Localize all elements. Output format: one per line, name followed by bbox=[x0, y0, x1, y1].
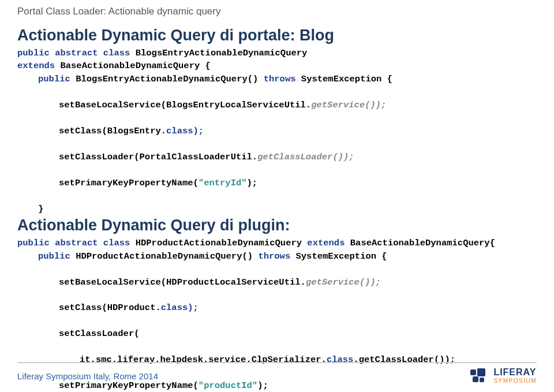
string-literal: "entryId" bbox=[199, 178, 247, 188]
code-line: setPrimaryKeyPropertyName( bbox=[59, 178, 199, 188]
kw-class: class bbox=[103, 48, 130, 58]
kw-public: public bbox=[17, 238, 50, 248]
logo-line1: LIFERAY bbox=[493, 368, 537, 377]
class-name: BlogsEntryActionableDynamicQuery bbox=[136, 48, 308, 58]
exception: SystemException { bbox=[296, 251, 387, 262]
code-call: getService()); bbox=[306, 277, 381, 288]
kw-abstract: abstract bbox=[55, 48, 98, 58]
code-call: getService()); bbox=[311, 100, 386, 110]
kw-public-ctor: public bbox=[38, 251, 70, 262]
liferay-logo: LIFERAY SYMPOSIUM bbox=[470, 368, 537, 384]
slide-topic-label: Portal Class Loader: Actionable dynamic … bbox=[17, 6, 537, 17]
kw-public-ctor: public bbox=[38, 74, 70, 84]
kw-extends: extends bbox=[17, 61, 55, 71]
code-line: setBaseLocalService(HDProductLocalServic… bbox=[59, 277, 306, 288]
base-class: BaseActionableDynamicQuery { bbox=[60, 61, 210, 71]
exception: SystemException { bbox=[301, 74, 392, 84]
ctor-name: BlogsEntryActionableDynamicQuery() bbox=[76, 74, 258, 84]
liferay-logo-icon bbox=[470, 368, 490, 383]
kw-classref: class); bbox=[161, 303, 199, 313]
kw-throws: throws bbox=[258, 251, 290, 262]
logo-line2: SYMPOSIUM bbox=[493, 378, 537, 384]
code-block-portal: public abstract class BlogsEntryActionab… bbox=[17, 47, 537, 215]
class-name: HDProductActionableDynamicQuery bbox=[136, 238, 302, 248]
code-line: setBaseLocalService(BlogsEntryLocalServi… bbox=[59, 100, 311, 110]
kw-class: class bbox=[103, 238, 130, 248]
code-line: ); bbox=[247, 178, 258, 188]
kw-extends: extends bbox=[307, 238, 345, 248]
code-line: setClass(HDProduct. bbox=[59, 303, 161, 313]
liferay-logo-text: LIFERAY SYMPOSIUM bbox=[493, 368, 537, 384]
heading-plugin: Actionable Dynamic Query di plugin: bbox=[17, 216, 537, 234]
footer-text: Liferay Symposium Italy, Rome 2014 bbox=[17, 371, 158, 381]
kw-abstract: abstract bbox=[55, 238, 98, 248]
code-line: setClassLoader(PortalClassLoaderUtil. bbox=[59, 152, 257, 162]
close-brace: } bbox=[38, 204, 43, 214]
ctor-name: HDProductActionableDynamicQuery() bbox=[76, 251, 253, 262]
base-class: BaseActionableDynamicQuery{ bbox=[350, 238, 495, 248]
footer: Liferay Symposium Italy, Rome 2014 LIFER… bbox=[17, 362, 537, 384]
code-line: setClassLoader( bbox=[59, 328, 140, 339]
code-call: getClassLoader()); bbox=[257, 152, 354, 162]
kw-public: public bbox=[17, 48, 50, 58]
kw-throws: throws bbox=[264, 74, 296, 84]
heading-portal-blog: Actionable Dynamic Query di portale: Blo… bbox=[17, 27, 537, 44]
code-line: setClass(BlogsEntry. bbox=[59, 126, 166, 136]
slide: Portal Class Loader: Actionable dynamic … bbox=[0, 0, 554, 392]
kw-classref: class); bbox=[166, 126, 204, 136]
